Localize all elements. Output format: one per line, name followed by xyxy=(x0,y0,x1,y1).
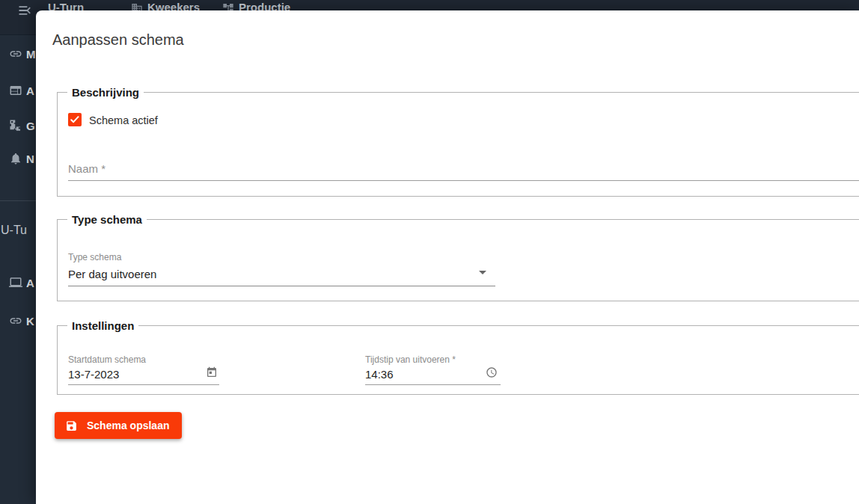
select-label: Type schema xyxy=(68,252,121,262)
checkmark-icon xyxy=(69,114,81,126)
save-button[interactable]: Schema opslaan xyxy=(55,412,182,439)
sidebar: M A G N U-Tu A K xyxy=(0,34,36,504)
calendar-icon[interactable] xyxy=(206,366,218,378)
group-beschrijving: Beschrijving Schema actief xyxy=(57,92,859,197)
bell-icon xyxy=(9,152,22,165)
group-type-schema: Type schema Type schema Per dag uitvoere… xyxy=(57,219,859,301)
sidebar-divider xyxy=(0,200,36,201)
menu-open-icon[interactable] xyxy=(17,3,32,16)
save-icon xyxy=(65,420,78,432)
naam-input[interactable] xyxy=(68,157,859,181)
sidebar-item-a[interactable]: A xyxy=(9,84,34,97)
sidebar-item-m[interactable]: M xyxy=(9,47,36,61)
laptop-icon xyxy=(9,276,22,289)
sidebar-item-label: A xyxy=(26,277,34,289)
clock-icon[interactable] xyxy=(486,366,498,378)
sidebar-item-a2[interactable]: A xyxy=(9,276,34,289)
sidebar-item-g[interactable]: G xyxy=(9,119,35,132)
dialog-aanpassen-schema: Aanpassen schema Beschrijving Schema act… xyxy=(36,10,859,504)
select-underline xyxy=(68,286,495,286)
sidebar-item-label: N xyxy=(26,153,34,165)
sidebar-item-k[interactable]: K xyxy=(9,314,34,328)
hierarchy-icon xyxy=(9,119,22,132)
group-legend: Beschrijving xyxy=(67,86,144,99)
type-schema-select[interactable] xyxy=(68,263,495,286)
panel-icon xyxy=(9,84,22,97)
sidebar-item-label: A xyxy=(26,84,34,97)
sidebar-item-label: M xyxy=(26,48,36,61)
page-title: Aanpassen schema xyxy=(52,31,184,49)
link-icon xyxy=(9,47,22,61)
group-legend: Type schema xyxy=(67,213,147,226)
tijdstip-input[interactable] xyxy=(365,363,501,385)
sidebar-item-label: K xyxy=(26,315,34,328)
save-button-label: Schema opslaan xyxy=(87,420,170,431)
link-icon xyxy=(9,314,22,328)
startdatum-input[interactable] xyxy=(68,363,219,385)
checkbox-label: Schema actief xyxy=(89,114,158,126)
group-legend: Instellingen xyxy=(67,319,138,332)
sidebar-item-n[interactable]: N xyxy=(9,152,34,165)
sidebar-section-header: U-Tu xyxy=(1,224,27,237)
group-instellingen: Instellingen Startdatum schema Tijdstip … xyxy=(57,325,859,395)
sidebar-item-label: G xyxy=(26,120,35,132)
schema-actief-checkbox[interactable] xyxy=(68,113,82,126)
